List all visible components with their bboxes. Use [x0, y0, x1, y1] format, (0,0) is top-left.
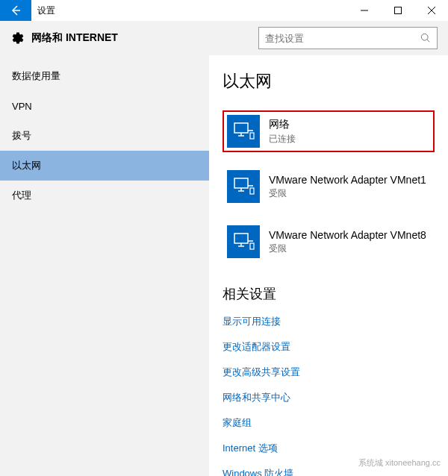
header: 网络和 INTERNET	[0, 21, 448, 55]
network-item[interactable]: VMware Network Adapter VMnet1 受限	[223, 166, 435, 207]
link-change-adapter[interactable]: 更改适配器设置	[223, 340, 435, 354]
svg-rect-21	[250, 243, 254, 249]
link-advanced-sharing[interactable]: 更改高级共享设置	[223, 366, 435, 379]
search-icon	[420, 33, 431, 43]
link-internet-options[interactable]: Internet 选项	[223, 442, 435, 455]
sidebar-item-ethernet[interactable]: 以太网	[0, 151, 209, 181]
network-item[interactable]: 网络 已连接	[223, 110, 435, 152]
minimize-icon	[361, 7, 368, 14]
network-info: VMware Network Adapter VMnet8 受限	[269, 229, 426, 255]
network-info: 网络 已连接	[269, 118, 296, 145]
sidebar-item-proxy[interactable]: 代理	[0, 181, 209, 210]
svg-rect-11	[250, 133, 254, 139]
network-status: 受限	[269, 187, 426, 200]
content: 数据使用量 VPN 拨号 以太网 代理 以太网 网络 已连接 VMware Ne…	[0, 55, 448, 476]
network-info: VMware Network Adapter VMnet1 受限	[269, 174, 426, 200]
titlebar: 设置	[0, 0, 448, 21]
sidebar-item-label: 数据使用量	[12, 69, 60, 83]
svg-rect-12	[234, 178, 248, 188]
svg-rect-17	[234, 234, 248, 243]
search-input[interactable]	[265, 33, 420, 44]
link-windows-firewall[interactable]: Windows 防火墙	[223, 467, 435, 476]
back-arrow-icon	[10, 4, 22, 16]
sidebar-item-dialup[interactable]: 拨号	[0, 121, 209, 151]
header-title: 网络和 INTERNET	[31, 31, 258, 45]
network-status: 已连接	[269, 133, 296, 145]
sidebar-item-label: VPN	[12, 101, 32, 112]
page-title: 以太网	[223, 70, 435, 93]
window-controls	[347, 0, 448, 21]
sidebar-item-label: 拨号	[12, 129, 31, 143]
main-panel: 以太网 网络 已连接 VMware Network Adapter VMnet1…	[209, 55, 448, 476]
maximize-button[interactable]	[381, 0, 414, 21]
link-network-sharing-center[interactable]: 网络和共享中心	[223, 391, 435, 404]
svg-line-6	[427, 40, 430, 43]
gear-icon	[10, 31, 25, 46]
network-icon	[227, 225, 260, 258]
svg-rect-16	[250, 188, 254, 194]
close-icon	[428, 7, 435, 14]
sidebar-item-label: 以太网	[12, 159, 41, 172]
network-icon	[227, 115, 260, 148]
network-name: VMware Network Adapter VMnet1	[269, 174, 426, 186]
sidebar-item-label: 代理	[12, 189, 31, 202]
sidebar: 数据使用量 VPN 拨号 以太网 代理	[0, 55, 209, 476]
maximize-icon	[394, 7, 402, 14]
back-button[interactable]	[0, 0, 31, 21]
close-button[interactable]	[414, 0, 448, 21]
svg-rect-7	[234, 123, 248, 133]
sidebar-item-data-usage[interactable]: 数据使用量	[0, 61, 209, 91]
minimize-button[interactable]	[347, 0, 381, 21]
network-status: 受限	[269, 242, 426, 255]
svg-rect-2	[394, 7, 401, 14]
titlebar-title: 设置	[31, 4, 347, 17]
link-show-connections[interactable]: 显示可用连接	[223, 315, 435, 328]
sidebar-item-vpn[interactable]: VPN	[0, 91, 209, 121]
network-item[interactable]: VMware Network Adapter VMnet8 受限	[223, 221, 435, 263]
network-name: VMware Network Adapter VMnet8	[269, 229, 426, 241]
search-box[interactable]	[258, 27, 438, 49]
network-icon	[227, 170, 260, 203]
link-homegroup[interactable]: 家庭组	[223, 416, 435, 430]
network-name: 网络	[269, 118, 296, 131]
related-settings-title: 相关设置	[223, 285, 435, 303]
